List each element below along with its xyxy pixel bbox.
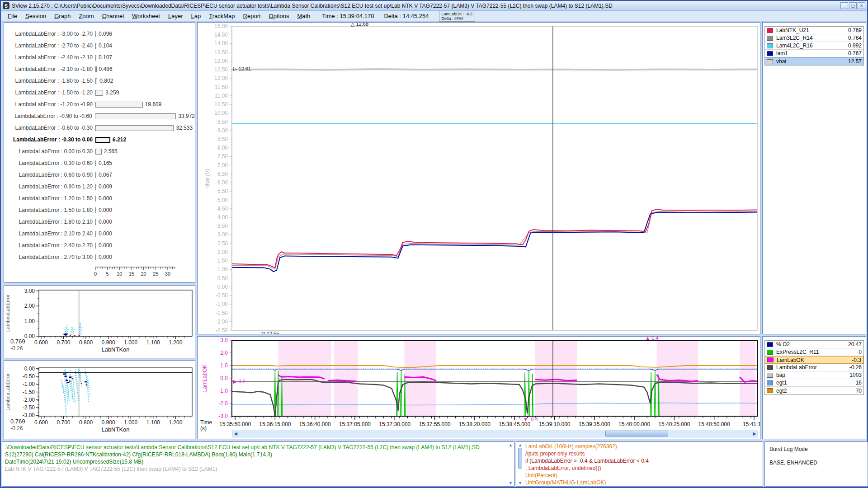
svg-text:8.00: 8.00 — [217, 145, 228, 151]
histogram-row-label: LambdaLabError : -0.90 to -0.60 — [4, 113, 92, 119]
legend-row-lam1[interactable]: lam10.767 — [765, 50, 863, 57]
bottom-chart-panel[interactable]: -3.0-2.0-1.00.01.02.03.015:35:50.00015:3… — [197, 336, 760, 439]
scatter-bottom-panel[interactable]: 0.00-0.50-1.00-1.50-2.00-2.50-3.000.6000… — [4, 360, 195, 439]
histogram-row-label: LambdaLabError : 0.90 to 1.20 — [4, 183, 93, 190]
legend-row-lamlabok[interactable]: LamLabOK-0.3 — [765, 356, 863, 364]
svg-text:3.00: 3.00 — [217, 231, 228, 238]
scroll-up-icon[interactable]: ▲ — [509, 443, 513, 447]
svg-text:15: 15 — [129, 271, 134, 277]
histogram-row[interactable]: LambdaLabError : 0.60 to 0.900.067 — [4, 169, 195, 181]
scroll-down-icon[interactable]: ▼ — [518, 481, 522, 485]
channel-color-swatch — [767, 59, 773, 64]
histogram-row[interactable]: LambdaLabError : 0.90 to 1.200.009 — [4, 181, 195, 192]
channel-color-swatch — [767, 28, 773, 33]
histogram-row[interactable]: LambdaLabError : 1.50 to 1.800.000 — [4, 204, 195, 216]
svg-text:15:40:25.000: 15:40:25.000 — [658, 421, 690, 427]
channel-color-swatch — [767, 350, 773, 355]
scroll-down-icon[interactable]: ▼ — [509, 481, 513, 485]
svg-text:15:39:35.000: 15:39:35.000 — [579, 421, 610, 427]
menu-options[interactable]: Options — [265, 12, 293, 20]
menu-trackmap[interactable]: TrackMap — [205, 12, 239, 20]
histogram-row-label: LambdaLabError : 1.20 to 1.50 — [4, 195, 93, 202]
restore-button[interactable]: ❏ — [849, 2, 857, 9]
channel-color-swatch — [767, 388, 773, 393]
menu-channel[interactable]: Channel — [98, 12, 128, 20]
legend-row-labntk-u21[interactable]: LabNTK_U210.769 — [765, 27, 863, 34]
legend-row-egt2[interactable]: egt270 — [765, 387, 863, 394]
close-button[interactable]: X — [858, 2, 865, 9]
svg-text:15:38:45.000: 15:38:45.000 — [499, 421, 530, 427]
menu-session[interactable]: Session — [21, 12, 50, 20]
menu-zoom[interactable]: Zoom — [75, 12, 98, 20]
time-scrollbar[interactable]: ◀ ▶ — [232, 430, 758, 437]
histogram-row-label: LambdaLabError : -1.80 to -1.50 — [4, 78, 93, 84]
histogram-row[interactable]: LambdaLabError : -1.20 to -0.9019.609 — [4, 99, 195, 110]
menu-graph[interactable]: Graph — [50, 12, 75, 20]
menu-worksheet[interactable]: Worksheet — [128, 12, 164, 20]
svg-text:2.00: 2.00 — [217, 249, 228, 255]
math-scrollbar[interactable]: ▲ ▼ — [517, 443, 523, 485]
svg-text:0.00: 0.00 — [24, 366, 35, 372]
histogram-row[interactable]: LambdaLabError : -0.30 to 0.006.212 — [4, 134, 195, 145]
legend-row-vbat[interactable]: vbat12.57 — [765, 57, 863, 65]
legend-row-bap[interactable]: bap1003 — [765, 371, 863, 379]
histogram-row[interactable]: LambdaLabError : 2.10 to 2.400.000 — [4, 228, 195, 239]
file-info-scrollbar[interactable]: ▲ ▼ — [508, 443, 514, 485]
svg-text:10.50: 10.50 — [214, 101, 228, 108]
histogram-row[interactable]: LambdaLabError : -1.50 to -1.203.259 — [4, 87, 195, 99]
histogram-row[interactable]: LambdaLabError : -3.00 to -2.700.096 — [4, 28, 195, 40]
histogram-row[interactable]: LambdaLabError : -0.90 to -0.6033.972 — [4, 110, 195, 122]
legend-row-lam3l2c-r14[interactable]: Lam3L2C_R140.764 — [765, 34, 863, 42]
minimize-button[interactable]: _ — [840, 2, 848, 9]
menu-file[interactable]: File — [4, 12, 21, 20]
menu-layer[interactable]: Layer — [164, 12, 187, 20]
lamlabok-chart[interactable]: -3.0-2.0-1.00.01.02.03.015:35:50.00015:3… — [198, 337, 760, 429]
scroll-up-icon[interactable]: ▲ — [518, 443, 522, 447]
channel-color-swatch — [767, 342, 773, 347]
legend-row--o2[interactable]: % O220.47 — [765, 341, 863, 348]
histogram-row[interactable]: LambdaLabError : -2.40 to -2.100.107 — [4, 52, 195, 63]
main-chart-panel[interactable]: -2.50-2.00-1.50-1.00-0.500.000.501.001.5… — [197, 22, 760, 334]
histogram-row[interactable]: LambdaLabError : 2.40 to 2.700.000 — [4, 239, 195, 251]
histogram-row[interactable]: LambdaLabError : -1.80 to -1.500.802 — [4, 75, 195, 87]
histogram-bar — [95, 66, 97, 72]
histogram-row[interactable]: LambdaLabError : -2.10 to -1.800.486 — [4, 63, 195, 75]
scatter-error-negative[interactable]: 0.00-0.50-1.00-1.50-2.00-2.50-3.000.6000… — [4, 361, 195, 439]
legend-row-egt1[interactable]: egt116 — [765, 379, 863, 387]
status-text-line: S12(27290) Cal(RICESP-RR286-NTKcalibrati… — [5, 451, 505, 458]
histogram-bar — [95, 219, 96, 225]
histogram-row[interactable]: LambdaLabError : 2.70 to 3.000.000 — [4, 251, 195, 263]
legend-row-lam4l2c-r16[interactable]: Lam4L2C_R160.992 — [765, 42, 863, 50]
histogram-row[interactable]: LambdaLabError : 0.00 to 0.302.565 — [4, 145, 195, 157]
histogram-panel[interactable]: LambdaLabError : -3.00 to -2.700.096Lamb… — [4, 22, 195, 283]
scroll-right-arrow[interactable]: ▶ — [751, 430, 758, 437]
scroll-left-arrow[interactable]: ◀ — [232, 430, 239, 437]
histogram-row[interactable]: LambdaLabError : -0.60 to -0.3032.533 — [4, 122, 195, 134]
histogram-bar — [95, 43, 96, 49]
channel-color-swatch — [767, 373, 773, 378]
scroll-thumb[interactable] — [518, 448, 522, 469]
channel-name: ExPressL2C_R11 — [776, 349, 859, 355]
menu-lap[interactable]: Lap — [187, 12, 205, 20]
svg-text:-1.50: -1.50 — [23, 389, 35, 395]
svg-text:1.000: 1.000 — [124, 419, 137, 426]
menu-report[interactable]: Report — [239, 12, 265, 20]
svg-text:9.50: 9.50 — [217, 119, 228, 125]
scatter-error-positive[interactable]: 0.001.002.003.000.6000.7000.8000.9001.00… — [4, 286, 195, 358]
svg-text:0.769: 0.769 — [10, 338, 25, 345]
scroll-thumb[interactable] — [605, 431, 668, 436]
channel-name: lam1 — [776, 50, 848, 56]
histogram-row[interactable]: LambdaLabError : -2.70 to -2.400.104 — [4, 40, 195, 52]
svg-text:0.800: 0.800 — [79, 419, 93, 426]
histogram-row[interactable]: LambdaLabError : 1.20 to 1.500.000 — [4, 192, 195, 204]
histogram-row[interactable]: LambdaLabError : 1.80 to 2.100.000 — [4, 216, 195, 228]
svg-text:1.200: 1.200 — [169, 419, 182, 426]
legend-row-lambdalaberror[interactable]: LambdaLabError-0.26 — [765, 364, 863, 371]
svg-text:13.50: 13.50 — [214, 49, 228, 56]
menu-math[interactable]: Math — [293, 12, 314, 20]
histogram-row[interactable]: LambdaLabError : 0.30 to 0.600.165 — [4, 157, 195, 169]
main-chart[interactable]: -2.50-2.00-1.50-1.00-0.500.000.501.001.5… — [198, 23, 760, 334]
svg-text:1.000: 1.000 — [124, 339, 137, 346]
scatter-top-panel[interactable]: 0.001.002.003.000.6000.7000.8000.9001.00… — [4, 285, 195, 358]
legend-row-expressl2c-r11[interactable]: ExPressL2C_R110 — [765, 348, 863, 356]
